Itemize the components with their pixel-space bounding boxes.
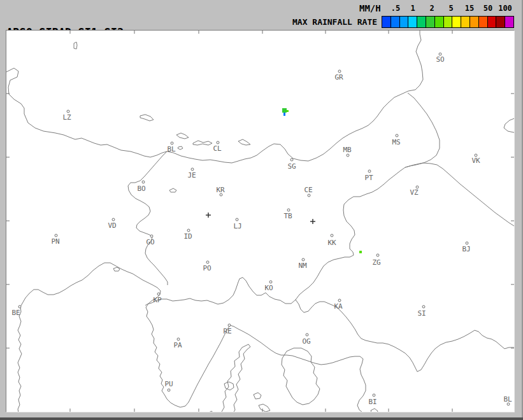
islet-5 xyxy=(208,411,215,412)
austria-hungary-border xyxy=(383,31,423,108)
color-bar-cell xyxy=(382,17,390,27)
legend-scale-value: 50 xyxy=(484,4,492,13)
ridge-1 xyxy=(140,115,154,121)
station-marker xyxy=(396,134,398,137)
station-marker xyxy=(475,154,477,157)
station-marker xyxy=(466,242,468,244)
slovenia-croatia-border xyxy=(145,167,405,305)
color-bar-cell xyxy=(470,17,478,27)
station-marker xyxy=(236,218,238,221)
color-bar-cell xyxy=(444,17,452,27)
station-marker xyxy=(331,234,333,237)
station-marker xyxy=(347,154,349,157)
hungary-slovenia-border xyxy=(405,93,440,167)
map-panel: LZSOGRBLCLMSMBVKSGJEPTBOVZCEKRTBLJVDPNID… xyxy=(6,30,515,412)
station-marker xyxy=(302,258,304,261)
croatia-bosnia-border xyxy=(296,300,514,372)
station-marker xyxy=(422,305,425,308)
color-bar-cell xyxy=(479,17,487,27)
color-bar xyxy=(382,16,514,28)
station-marker xyxy=(220,193,222,196)
legend-scale-value: .5 xyxy=(391,4,400,13)
right-edge-river xyxy=(504,116,514,134)
station-marker xyxy=(338,70,341,73)
islet-1 xyxy=(224,382,234,390)
station-marker xyxy=(306,333,308,336)
station-marker xyxy=(55,234,57,237)
station-marker xyxy=(217,141,219,144)
station-marker xyxy=(507,403,510,405)
station-marker xyxy=(228,324,231,326)
alps-ridge-border xyxy=(6,68,383,163)
legend-scale-value: 15 xyxy=(465,4,474,13)
color-bar-cell xyxy=(488,17,496,27)
map-vector-layer xyxy=(6,31,514,412)
color-bar-cell xyxy=(408,17,417,27)
station-marker xyxy=(171,142,173,144)
islet-4 xyxy=(371,409,378,412)
legend-title: MAX RAINFALL RATE xyxy=(292,17,377,27)
lake-3 xyxy=(74,42,77,49)
color-bar-cell xyxy=(426,17,434,27)
station-marker xyxy=(157,293,160,295)
station-marker xyxy=(191,168,194,171)
station-marker xyxy=(269,281,272,283)
station-marker xyxy=(338,299,341,302)
legend-scale-value: 100 xyxy=(498,4,512,13)
station-marker xyxy=(373,394,375,396)
color-bar-cell xyxy=(496,17,505,27)
color-bar-cell xyxy=(391,17,399,27)
station-marker xyxy=(142,181,145,183)
legend-unit-label: MM/H xyxy=(359,3,381,13)
island-cres xyxy=(222,344,250,412)
ridge-4 xyxy=(238,139,250,145)
island-krk xyxy=(282,348,320,405)
italy-slovenia-border xyxy=(128,151,168,285)
islet-2 xyxy=(254,393,261,399)
station-marker xyxy=(368,170,371,172)
color-bar-cell xyxy=(435,17,443,27)
legend-scale-value: 2 xyxy=(429,4,434,13)
station-marker xyxy=(439,53,441,55)
station-marker xyxy=(287,209,290,211)
ridge-2 xyxy=(176,133,189,139)
color-bar-cell xyxy=(505,17,513,27)
lake-1 xyxy=(178,146,183,150)
radar-app-window: ARSO SIRAD SI1 SI2 2025-10-16 18:45 UTC … xyxy=(0,0,523,420)
station-marker xyxy=(308,194,310,197)
station-marker xyxy=(67,110,69,113)
station-marker xyxy=(18,305,21,308)
window-bottom-edge xyxy=(0,417,523,420)
color-bar-cell xyxy=(461,17,469,27)
lake-2 xyxy=(169,188,176,192)
italy-coast xyxy=(18,276,88,412)
legend-scale-value: 5 xyxy=(448,4,453,13)
station-marker xyxy=(290,158,293,161)
color-bar-cell xyxy=(417,17,426,27)
station-marker xyxy=(150,235,153,237)
legend-scale-value: 1 xyxy=(410,4,415,13)
color-bar-cell xyxy=(400,17,408,27)
station-marker xyxy=(187,229,190,232)
ridge-3 xyxy=(193,141,212,145)
islet-3 xyxy=(259,404,270,412)
station-marker xyxy=(206,261,209,263)
station-marker xyxy=(112,218,115,221)
station-marker xyxy=(376,254,379,256)
station-marker xyxy=(177,338,180,340)
station-marker xyxy=(168,389,170,391)
color-bar-cell xyxy=(452,17,461,27)
station-marker xyxy=(416,186,419,188)
hungary-croatia-border xyxy=(405,163,514,232)
